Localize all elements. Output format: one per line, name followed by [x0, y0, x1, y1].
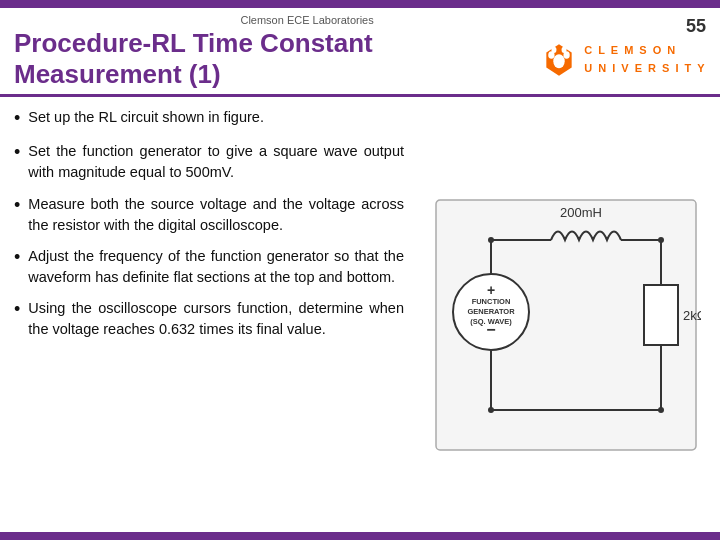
list-item: • Set the function generator to give a s… [14, 141, 404, 183]
svg-point-21 [488, 237, 494, 243]
bullet-icon: • [14, 296, 20, 322]
bullet-icon: • [14, 244, 20, 270]
list-item: • Adjust the frequency of the function g… [14, 246, 404, 288]
bullet-text-4: Adjust the frequency of the function gen… [28, 246, 404, 288]
text-column: • Set up the RL circuit shown in figure.… [14, 107, 410, 533]
bullet-icon: • [14, 139, 20, 165]
svg-text:GENERATOR: GENERATOR [467, 307, 515, 316]
list-item: • Using the oscilloscope cursors functio… [14, 298, 404, 340]
svg-point-24 [658, 407, 664, 413]
bullet-text-5: Using the oscilloscope cursors function,… [28, 298, 404, 340]
university-line1: C L E M S O N [584, 42, 706, 60]
content: • Set up the RL circuit shown in figure.… [0, 97, 720, 540]
title-line2: Measurement (1) [14, 59, 221, 89]
bullet-list: • Set up the RL circuit shown in figure.… [14, 107, 404, 339]
header: Clemson ECE Laboratories Procedure-RL Ti… [0, 8, 720, 97]
title-line1: Procedure-RL Time Constant [14, 28, 373, 58]
top-bar [0, 0, 720, 8]
slide: Clemson ECE Laboratories Procedure-RL Ti… [0, 0, 720, 540]
list-item: • Measure both the source voltage and th… [14, 194, 404, 236]
bullet-text-1: Set up the RL circuit shown in figure. [28, 107, 264, 128]
institution-label: Clemson ECE Laboratories [74, 14, 540, 26]
bullet-text-3: Measure both the source voltage and the … [28, 194, 404, 236]
logo-area: C L E M S O N U N I V E R S I T Y [540, 41, 706, 79]
svg-text:FUNCTION: FUNCTION [472, 297, 511, 306]
clemson-logo: C L E M S O N U N I V E R S I T Y [540, 41, 706, 79]
svg-point-1 [553, 54, 564, 68]
university-line2: U N I V E R S I T Y [584, 60, 706, 78]
bullet-text-2: Set the function generator to give a squ… [28, 141, 404, 183]
list-item: • Set up the RL circuit shown in figure. [14, 107, 404, 131]
svg-point-4 [552, 47, 557, 53]
bottom-bar [0, 532, 720, 540]
svg-point-22 [658, 237, 664, 243]
bullet-icon: • [14, 105, 20, 131]
svg-rect-11 [644, 285, 678, 345]
inductor-label: 200mH [560, 205, 602, 220]
circuit-diagram: 200mH 2kΩ + − [431, 195, 701, 455]
header-right: 55 C L E M S O N [540, 14, 706, 79]
paw-icon [540, 41, 578, 79]
resistor-label: 2kΩ [683, 308, 701, 323]
university-text: C L E M S O N U N I V E R S I T Y [584, 42, 706, 77]
svg-point-5 [562, 47, 567, 53]
svg-point-23 [488, 407, 494, 413]
slide-number: 55 [686, 16, 706, 37]
slide-title: Procedure-RL Time Constant Measurement (… [14, 28, 540, 90]
circuit-column: 200mH 2kΩ + − [426, 107, 706, 533]
svg-text:(SQ. WAVE): (SQ. WAVE) [470, 317, 512, 326]
bullet-icon: • [14, 192, 20, 218]
header-left: Clemson ECE Laboratories Procedure-RL Ti… [14, 14, 540, 90]
svg-text:+: + [487, 282, 495, 298]
